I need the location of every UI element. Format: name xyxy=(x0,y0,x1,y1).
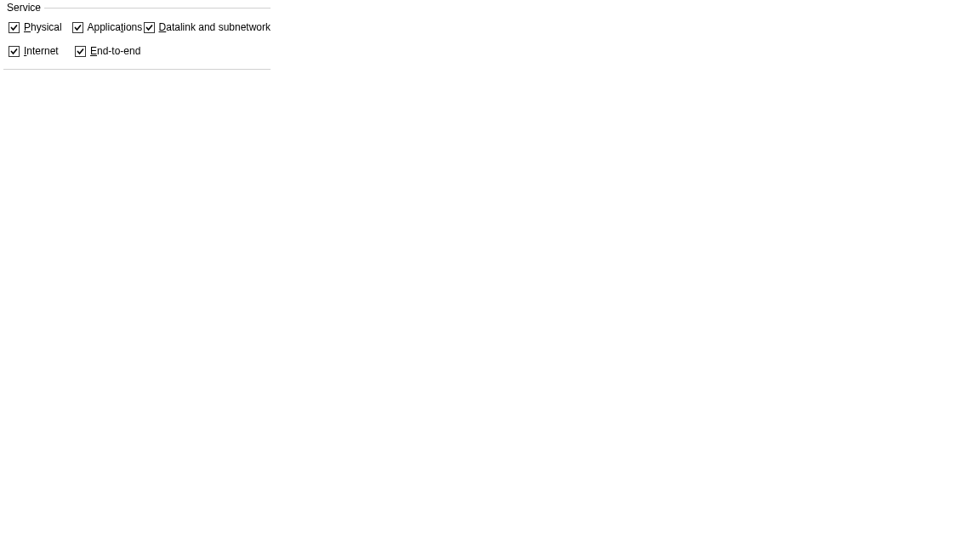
checkbox-applications[interactable]: Applications xyxy=(72,21,144,33)
check-icon xyxy=(9,23,19,32)
group-header: Service xyxy=(3,2,271,14)
group-body: Physical Applications Datalink and subne… xyxy=(3,14,271,57)
checkbox-box xyxy=(9,22,20,33)
checkbox-label: Datalink and subnetwork xyxy=(159,21,271,33)
check-icon xyxy=(73,23,83,32)
group-title: Service xyxy=(3,2,44,14)
checkbox-box xyxy=(9,46,20,57)
checkbox-box xyxy=(72,22,83,33)
service-group: Service Physical Applications Data xyxy=(3,2,271,70)
group-footer-line xyxy=(3,69,271,70)
check-icon xyxy=(145,23,154,32)
checkbox-physical[interactable]: Physical xyxy=(9,21,72,33)
checkbox-internet[interactable]: Internet xyxy=(9,45,75,57)
checkbox-datalink[interactable]: Datalink and subnetwork xyxy=(144,21,271,33)
group-header-line xyxy=(44,8,271,9)
check-icon xyxy=(76,47,85,56)
row-2: Internet End-to-end xyxy=(9,45,271,57)
checkbox-label: Physical xyxy=(24,21,62,33)
checkbox-box xyxy=(75,46,86,57)
checkbox-box xyxy=(144,22,155,33)
row-1: Physical Applications Datalink and subne… xyxy=(9,21,271,33)
checkbox-endtoend[interactable]: End-to-end xyxy=(75,45,150,57)
check-icon xyxy=(9,47,19,56)
checkbox-label: Internet xyxy=(24,45,59,57)
checkbox-label: Applications xyxy=(88,21,143,33)
checkbox-label: End-to-end xyxy=(90,45,140,57)
